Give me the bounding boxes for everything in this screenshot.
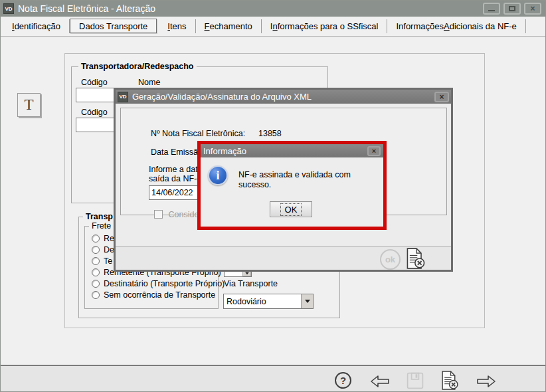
arrow-right-icon [478,376,495,387]
arrow-left-icon [371,376,389,387]
text-tool-button[interactable]: T [17,93,41,117]
info-dialog-close-button[interactable]: × [367,146,381,156]
radio-label: Sem ocorrência de Transporte [104,290,215,300]
transportadora-group-title: Transportadora/Redespacho [78,62,197,71]
maximize-button[interactable] [503,3,521,15]
checkbox[interactable] [154,210,163,219]
close-icon: × [530,4,535,13]
radio-label: Destinatário (Transporte Próprio) [104,279,225,288]
info-ok-label: OK [280,203,302,216]
radio-row[interactable]: De [92,245,114,254]
radio-row[interactable]: Re [92,234,114,243]
radio-button[interactable] [92,280,100,288]
via-transporte-select[interactable]: Rodoviário [223,294,314,309]
codigo-label: Código [81,78,108,87]
minimize-button[interactable] [483,3,500,15]
radio-label: Te [104,256,112,266]
tab-itens[interactable]: Itens [159,19,195,33]
radio-button[interactable] [92,268,100,276]
exit-date-prompt-line2: saída da NF-e: [149,174,204,183]
save-button-disabled [407,372,424,389]
xml-dialog-title: Geração/Validação/Assinatura do Arquivo … [132,92,312,102]
transporte-group-title: Transp [83,212,116,221]
xml-dialog-close-button[interactable]: × [434,92,449,102]
close-icon: × [439,92,444,102]
radio-button[interactable] [92,246,100,254]
via-transporte-value: Rodoviário [224,297,301,306]
xml-dialog-footer [116,246,451,270]
radio-row[interactable]: Destinatário (Transporte Próprio) [92,279,225,288]
radio-row[interactable]: Sem ocorrência de Transporte [92,290,215,300]
window-title: Nota Fiscal Eletrônica - Alteração [18,3,155,14]
tab-identificacao[interactable]: Identificação [3,19,70,33]
radio-button[interactable] [92,257,100,265]
xml-ok-button[interactable]: ok [380,249,401,270]
main-window: VD Nota Fiscal Eletrônica - Alteração × … [0,0,546,392]
info-ok-button[interactable]: OK [270,201,312,217]
frete-group-title: Frete [89,221,114,231]
combo-dropdown-button[interactable] [301,294,313,308]
tab-informacoes-ssfiscal[interactable]: Informações para o SSfiscal [262,19,388,33]
radio-button[interactable] [92,235,100,243]
nf-number-value: 13858 [258,129,282,138]
tab-informacoes-adicionais[interactable]: Informações Adicionais da NF-e [387,19,525,33]
save-icon [408,373,423,389]
maximize-icon [509,6,515,11]
codigo2-label: Código [81,108,108,117]
window-controls: × [483,3,544,15]
help-icon: ? [340,375,346,386]
footer-toolbar: ? [1,365,546,392]
cancel-document-button[interactable] [441,371,459,390]
tab-fechamento[interactable]: Fechamento [196,19,262,33]
close-button[interactable]: × [524,3,541,15]
radio-label: De [104,245,114,254]
chevron-down-icon [245,272,249,275]
exit-date-prompt-line1: Informe a data [149,165,203,174]
info-icon: i [208,165,228,185]
tab-bar: Identificação Dados Transporte Itens Fec… [1,17,546,37]
t-button-label: T [24,96,33,114]
radio-label: Re [104,234,114,243]
cancel-document-icon[interactable] [406,248,426,269]
xml-dialog-titlebar: VD Geração/Validação/Assinatura do Arqui… [116,90,451,104]
main-titlebar: VD Nota Fiscal Eletrônica - Alteração × [1,1,546,17]
chevron-down-icon [305,300,310,303]
previous-button[interactable] [370,375,390,388]
info-message: NF-e assinada e validada com sucesso. [238,170,381,190]
radio-row[interactable]: Te [92,256,112,266]
next-button[interactable] [476,375,496,388]
info-dialog-titlebar: Informação × [201,144,383,157]
info-dialog-title: Informação [203,146,246,156]
app-icon: VD [3,3,14,14]
minimize-icon [488,10,495,11]
exit-date-input[interactable] [149,185,201,200]
nf-number-label: Nº Nota Fiscal Eletrônica: [151,129,245,138]
via-transporte-label: Via Transporte [224,279,278,288]
info-dialog: Informação × i NF-e assinada e validada … [197,141,387,230]
app-icon: VD [118,92,128,102]
close-icon: × [372,147,376,155]
nome-label: Nome [138,78,160,87]
radio-button[interactable] [92,291,100,299]
tab-dados-transporte[interactable]: Dados Transporte [70,19,157,33]
help-button[interactable]: ? [335,372,351,389]
